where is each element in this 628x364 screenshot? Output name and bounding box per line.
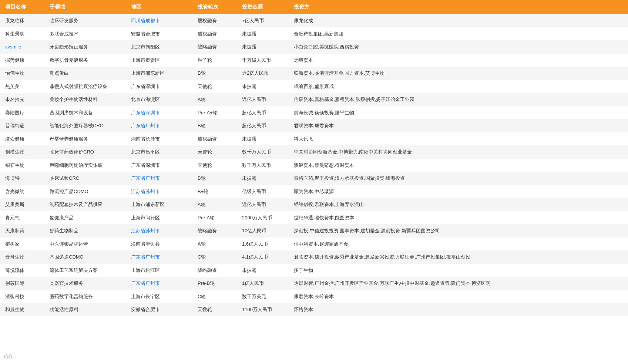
watermark: iMf bbox=[4, 353, 13, 360]
table-row: 热芙美非侵入式射频抗衰治疗设备广东省深圳市天使轮未披露成渝百景,盛景嘉成 bbox=[0, 80, 628, 93]
investor: 信宸资本,真格基金,嘉程资本,弘毅创投,扬子江冶金工业园 bbox=[289, 93, 628, 106]
region: 上海市闵行区 bbox=[126, 211, 192, 225]
table-row: 康龙临床临床研发服务四川省成都市股权融资7亿人民币康龙化成 bbox=[0, 14, 628, 27]
sub-domain: 母婴营养健康服务 bbox=[44, 132, 126, 146]
sub-domain: 流体工艺系统解决方案 bbox=[44, 264, 126, 277]
region: 广东省深圳市 bbox=[126, 80, 192, 93]
project-name: 薄悦流体 bbox=[0, 264, 44, 277]
investment-amount: 未披露 bbox=[237, 132, 289, 146]
sub-domain: 兽药生物制品 bbox=[44, 224, 126, 237]
investor: 远毅资本 bbox=[289, 54, 628, 67]
project-name: 怡伟生物 bbox=[0, 67, 44, 80]
investor: 合肥产投集团,高新集团 bbox=[289, 27, 628, 41]
sub-domain: 类器官技术服务 bbox=[44, 277, 126, 290]
investor: 科大讯飞 bbox=[289, 132, 628, 146]
investment-round: B轮 bbox=[192, 172, 237, 185]
investment-round: A轮 bbox=[192, 237, 237, 251]
sub-domain: 医药数字化营销服务 bbox=[44, 290, 126, 303]
region: 江苏省苏州市 bbox=[126, 185, 192, 198]
investment-round: B+轮 bbox=[192, 185, 237, 198]
header-investor: 投资方 bbox=[289, 0, 628, 14]
region: 上海市奉贤区 bbox=[126, 54, 192, 67]
investment-round: 天数轮 bbox=[192, 303, 237, 316]
sub-domain: 巨噬细胞药物治疗实体瘤 bbox=[44, 159, 126, 172]
region: 安徽省合肥市 bbox=[126, 303, 192, 316]
header-sub: 子领域 bbox=[44, 0, 126, 14]
region: 上海市浦东新区 bbox=[126, 198, 192, 211]
project-name: 鲲石生物 bbox=[0, 159, 44, 172]
sub-domain: 功能活性原料 bbox=[44, 303, 126, 316]
table-row: 清熨科技医药数字化营销服务上海市长宁区C轮数千万美元康君资本,长岭资本 bbox=[0, 290, 628, 303]
region: 广东省深圳市 bbox=[126, 106, 192, 119]
investment-round: B轮 bbox=[192, 67, 237, 80]
investment-amount: 数千万人民币 bbox=[237, 145, 289, 159]
project-name: 创芯国际 bbox=[0, 277, 44, 290]
investment-round: 股权融资 bbox=[192, 14, 237, 27]
sub-domain: 临床前药效评价CRO bbox=[44, 145, 126, 159]
table-row: 青元气氢健康产品上海市闵行区Pre-A轮2000万人民币世纪华通,唯快资本,能图… bbox=[0, 211, 628, 225]
table-row: 探势健康数字肌骨复健服务上海市奉贤区种子轮千万级人民币远毅资本 bbox=[0, 54, 628, 67]
investment-round: Pre-A+轮 bbox=[192, 106, 237, 119]
table-row: 和晨生物功能活性原料安徽省合肥市天数轮1100万人民币怀格资本 bbox=[0, 303, 628, 316]
investor: 君联资本,康君资本 bbox=[289, 119, 628, 132]
investor: 中关村协同创新基金,中博聚力,南阳中关村协同创业基金 bbox=[289, 145, 628, 159]
investment-table: 项目名称 子领域 地区 投资轮次 投资金额 投资方 康龙临床临床研发服务四川省成… bbox=[0, 0, 628, 316]
sub-domain: 临床试验CRO bbox=[44, 172, 126, 185]
investor: 前海长城,镁镁投资,隆平生物 bbox=[289, 106, 628, 119]
investment-round: 天使轮 bbox=[192, 159, 237, 172]
project-name: 未名拾光 bbox=[0, 93, 44, 106]
project-name: 康龙临床 bbox=[0, 14, 44, 27]
investor: 深创投,中信建投投资,园丰资本,建胡基金,源创投资,新疆兵团国资公司 bbox=[289, 224, 628, 237]
investor: 世纪华通,唯快资本,能图资本 bbox=[289, 211, 628, 225]
project-name: 海博特 bbox=[0, 172, 44, 185]
investment-round: 战略融资 bbox=[192, 40, 237, 54]
header-region: 地区 bbox=[126, 0, 192, 14]
investment-amount: 数千万人民币 bbox=[237, 159, 289, 172]
region: 北京市海淀区 bbox=[126, 93, 192, 106]
investment-round: 天使轮 bbox=[192, 145, 237, 159]
investment-round: 股权融资 bbox=[192, 132, 237, 146]
project-name: 含光微纳 bbox=[0, 185, 44, 198]
table-row: 赛陆医疗基因测序技术和设备广东省深圳市Pre-A+轮超亿人民币前海长城,镁镁投资… bbox=[0, 106, 628, 119]
investment-round: B轮 bbox=[192, 119, 237, 132]
project-name: 济众健康 bbox=[0, 132, 44, 146]
table-row: 未名拾光美妆个护生物活性材料北京市海淀区A轮近亿人民币信宸资本,真格基金,嘉程资… bbox=[0, 93, 628, 106]
investment-amount: 10亿人民币 bbox=[237, 224, 289, 237]
table-row: 济众健康母婴营养健康服务湖南省长沙市股权融资未披露科大讯飞 bbox=[0, 132, 628, 146]
investment-amount: 未披露 bbox=[237, 172, 289, 185]
investment-round: Pre-B轮 bbox=[192, 277, 237, 290]
project-name: 清熨科技 bbox=[0, 290, 44, 303]
region: 广东省广州市 bbox=[126, 172, 192, 185]
investment-amount: 千万级人民币 bbox=[237, 54, 289, 67]
region: 广东省广州市 bbox=[126, 277, 192, 290]
investor: 澳银资本,黎曼猜想,得时资本 bbox=[289, 159, 628, 172]
investment-amount: 超亿人民币 bbox=[237, 106, 289, 119]
investment-amount: 数千万美元 bbox=[237, 290, 289, 303]
region: 江苏省苏州市 bbox=[126, 224, 192, 237]
sub-domain: 氢健康产品 bbox=[44, 211, 126, 225]
region: 湖南省长沙市 bbox=[126, 132, 192, 146]
project-name: 科生景肽 bbox=[0, 27, 44, 41]
investment-amount: 未披露 bbox=[237, 80, 289, 93]
project-name: 热芙美 bbox=[0, 80, 44, 93]
project-name: 探势健康 bbox=[0, 54, 44, 67]
region: 北京市昌平区 bbox=[126, 145, 192, 159]
project-name: 天康制药 bbox=[0, 224, 44, 237]
sub-domain: 临床研发服务 bbox=[44, 14, 126, 27]
table-row: 海博特临床试验CRO广东省广州市B轮未披露泰格医药,聚丰投资,汉方承基投资,国聚… bbox=[0, 172, 628, 185]
region: 上海市浦东新区 bbox=[126, 67, 192, 80]
investment-amount: 近亿人民币 bbox=[237, 93, 289, 106]
investor: 康龙化成 bbox=[289, 14, 628, 27]
table-row: 天康制药兽药生物制品江苏省苏州市战略融资10亿人民币深创投,中信建投投资,园丰资… bbox=[0, 224, 628, 237]
investor: 顺为资本,中芯聚源 bbox=[289, 185, 628, 198]
investment-amount: 近亿人民币 bbox=[237, 198, 289, 211]
sub-domain: 非侵入式射频抗衰治疗设备 bbox=[44, 80, 126, 93]
investment-amount: 7亿人民币 bbox=[237, 14, 289, 27]
investment-round: A轮 bbox=[192, 93, 237, 106]
investor: 达晨财智,广州金控,广州开发区产业基金,万联广生,中投中财基金,趣道资管,隆门资… bbox=[289, 277, 628, 290]
table-row: 云舟生物基因递送CDMO广东省广州市C轮4.1亿人民币君联资本,穗开投资,越秀产… bbox=[0, 250, 628, 264]
project-name: 青元气 bbox=[0, 211, 44, 225]
investor: 君联资本,穗开投资,越秀产业基金,建发新兴投资,万联证券,广州产投集团,敬亭山创… bbox=[289, 250, 628, 264]
sub-domain: 多肽合成技术 bbox=[44, 27, 126, 41]
investor: 经纬创投,君联资本,上海羿水流山 bbox=[289, 198, 628, 211]
